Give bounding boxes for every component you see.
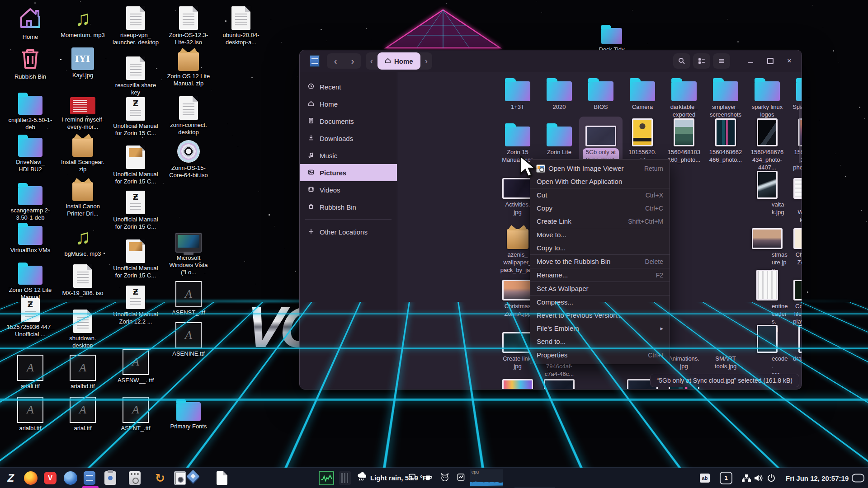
desktop-icon-riseup-vpn-launcher-desktop[interactable]: riseup-vpn_ launcher. desktop xyxy=(112,6,160,46)
taskbar-app-libreoffice[interactable] xyxy=(217,471,227,485)
desktop-icon-zorin-os-12-3-lite-32-iso[interactable]: Zorin-OS-12.3-Lite-32.iso xyxy=(165,6,212,46)
desktop-icon-zorin-os-12-lite-manual[interactable]: Zorin OS 12 Lite Manual xyxy=(6,266,54,301)
back-button[interactable]: ‹ xyxy=(327,53,344,69)
menu-button[interactable] xyxy=(713,53,730,69)
desktop-icon-i-remind-myself-every-mor[interactable]: I-remind-myself-every-mor... xyxy=(59,97,107,131)
file-item-1560468662-466-photo[interactable]: 1560468662 466_photo... xyxy=(705,118,746,164)
scrollbar[interactable] xyxy=(799,104,801,163)
sidebar-item-home[interactable]: Home xyxy=(300,95,397,113)
file-item-camera[interactable]: Camera xyxy=(622,79,663,111)
sidebar-item-music[interactable]: Music xyxy=(300,147,397,164)
maximize-button[interactable] xyxy=(763,53,778,69)
desktop-icon-unofficial-manual-zorin-12-2[interactable]: Unofficial Manual Zorin 12.2 ... xyxy=(112,286,160,325)
menu-item-send-to[interactable]: Send to... xyxy=(530,335,670,348)
taskbar-monitor-indicator[interactable] xyxy=(408,473,416,483)
sidebar-item-other-locations[interactable]: Other Locations xyxy=(300,223,397,240)
desktop-icon-unofficial-manual-for-zorin-15-c[interactable]: Unofficial Manual for Zorin 15 C... xyxy=(112,145,160,185)
menu-item-cut[interactable]: CutCtrl+X xyxy=(530,188,670,202)
sidebar-item-rubbish-bin[interactable]: Rubbish Bin xyxy=(300,198,397,216)
desktop-icon-1525725936-447-unofficial[interactable]: 1525725936 447_ Unofficial ... xyxy=(6,298,54,338)
sidebar-item-pictures[interactable]: Pictures xyxy=(300,164,397,181)
taskbar-app-zorin-menu[interactable]: Z xyxy=(4,471,18,485)
file-item-2020[interactable]: 2020 xyxy=(538,79,580,111)
taskbar-app-pedalboard-app[interactable] xyxy=(129,471,141,485)
sidebar-item-recent[interactable]: Recent xyxy=(300,78,397,95)
desktop-icon-arial-ttf[interactable]: Aarial.ttf xyxy=(59,397,107,432)
file-item-vaita-k-jpg[interactable]: vaita- k.jpg xyxy=(746,176,788,216)
weather-indicator[interactable]: Light rain, 53.9 °F xyxy=(357,472,427,484)
path-prev-icon[interactable]: ‹ xyxy=(366,56,377,66)
forward-button[interactable]: › xyxy=(344,53,361,69)
menu-item-properties[interactable]: PropertiesCtrl+I xyxy=(530,348,670,361)
file-item-drawing-svg[interactable]: drawing.svg xyxy=(788,328,802,362)
file-item-ecode-jpg[interactable]: ecode. jpg xyxy=(746,328,788,378)
file-item-1560468103-160-photo[interactable]: 1560468103 160_photo... xyxy=(663,118,705,164)
file-item-sparky-linux-logos[interactable]: sparky linux logos xyxy=(746,79,788,118)
desktop-icon-rubbish-bin[interactable]: Rubbish Bin xyxy=(6,45,54,80)
file-item-zorin-lite[interactable]: Zorin Lite xyxy=(538,118,580,156)
keyboard-layout-indicator[interactable]: ab xyxy=(700,474,710,483)
file-item-christmas-zorin-jpg[interactable]: Christmas Zorin.jpg xyxy=(788,224,802,266)
menu-item-set-as-wallpaper[interactable]: Set As Wallpaper xyxy=(530,282,670,295)
desktop-icon-unofficial-manual-for-zorin-15-c[interactable]: Unofficial Manual for Zorin 15 C... xyxy=(112,239,160,279)
desktop-icon-home[interactable]: Home xyxy=(6,6,54,41)
desktop-icon-unofficial-manual-for-zorin-15-c[interactable]: Unofficial Manual for Zorin 15 C... xyxy=(112,97,160,137)
taskbar-app-files[interactable] xyxy=(84,471,95,485)
file-item-bios[interactable]: BIOS xyxy=(580,79,622,111)
window-titlebar[interactable]: ‹ › ‹ Home › × xyxy=(300,50,802,72)
menu-item-copy[interactable]: CopyCtrl+C xyxy=(530,202,670,215)
menu-item-open-with-image-viewer[interactable]: Open With Image ViewerReturn xyxy=(530,162,670,175)
sidebar-item-downloads[interactable]: Downloads xyxy=(300,130,397,147)
desktop-icon-mx-19-386-iso[interactable]: MX-19_386. iso xyxy=(59,264,107,297)
desktop-icon-asent-ttf[interactable]: AASENT_.ttf xyxy=(112,397,160,432)
file-item-stmas-ure-jpg[interactable]: stmas ure.jpg xyxy=(746,224,788,274)
taskbar-app-clipboard-app[interactable] xyxy=(104,471,116,485)
taskbar-app-system-monitor[interactable] xyxy=(319,471,334,485)
desktop-icon-asenw-ttf[interactable]: AASENW__. ttf xyxy=(112,349,160,384)
sidebar-item-documents[interactable]: Documents xyxy=(300,113,397,130)
view-toggle-button[interactable] xyxy=(693,53,710,69)
desktop-icon-primary-fonts[interactable]: Primary Fonts xyxy=(165,402,212,430)
desktop-icon-unofficial-manual-for-zorin-15-c[interactable]: Unofficial Manual for Zorin 15 C... xyxy=(112,191,160,230)
taskbar-app-timeshift[interactable]: ↻ xyxy=(153,471,167,485)
menu-item-move-to-the-rubbish-bin[interactable]: Move to the Rubbish BinDelete xyxy=(530,254,670,268)
taskbar-app-screenshot-app[interactable] xyxy=(174,471,186,485)
desktop-icon-momentum-mp3[interactable]: Momentum. mp3 xyxy=(59,6,107,39)
path-next-icon[interactable]: › xyxy=(420,56,432,66)
network-indicator[interactable] xyxy=(741,474,751,483)
file-item-row6col0[interactable] xyxy=(497,381,538,389)
minimize-button[interactable] xyxy=(743,53,758,69)
power-indicator[interactable] xyxy=(767,474,776,483)
menu-item-rename[interactable]: Rename...F2 xyxy=(530,268,670,282)
desktop-icon-install-scangear-zip[interactable]: Install Scangear. zip xyxy=(59,138,107,173)
desktop-icon-shutdown-desktop[interactable]: shutdown. desktop xyxy=(59,310,107,349)
desktop-icon-cnijfilter2-5-50-1-deb[interactable]: cnijfilter2-5.50-1-deb xyxy=(6,96,54,131)
desktop-icon-asenst-ttf[interactable]: AASENST_.ttf xyxy=(165,281,212,316)
taskbar-graph-indicator[interactable] xyxy=(457,473,465,483)
taskbar-app-thunderbird[interactable] xyxy=(64,471,77,485)
desktop-icon-zorin-os-15-core-64-bit-iso[interactable]: Zorin-OS-15-Core-64-bit.iso xyxy=(165,140,212,179)
workspace-indicator[interactable]: 1 xyxy=(720,472,732,484)
show-desktop-button[interactable] xyxy=(852,474,864,482)
taskbar-cpu-graph[interactable]: cpu xyxy=(470,469,503,487)
file-item-1560468676-434-photo-4407[interactable]: 1560468676 434_photo- 4407... xyxy=(746,118,788,171)
file-item-1-3t[interactable]: 1+3T xyxy=(497,79,538,111)
file-item-conductor-file-atmos-playing-in[interactable]: Conductor file ATMOS playing in ... xyxy=(788,277,802,325)
desktop-icon-ubuntu-20-04-desktop-a[interactable]: ubuntu-20.04-desktop-a... xyxy=(217,6,265,46)
file-item-10155620-gif[interactable]: 10155620. gif xyxy=(622,118,663,164)
menu-item-compress[interactable]: Compress... xyxy=(530,295,670,309)
menu-item-copy-to[interactable]: Copy to... xyxy=(530,241,670,254)
sidebar-item-videos[interactable]: Videos xyxy=(300,181,397,198)
desktop-icon-scangearmp-2-3-50-1-deb[interactable]: scangearmp 2-3.50-1-deb xyxy=(6,186,54,221)
desktop-icon-bgmusic-mp3[interactable]: bgMusic. mp3 xyxy=(59,225,107,258)
taskbar-app-mixer[interactable] xyxy=(339,471,351,485)
desktop-icon-rescuzilla-share-key[interactable]: rescuzilla share key xyxy=(112,56,160,96)
file-item-row6col1[interactable] xyxy=(538,381,580,389)
desktop-icon-ariali-ttf[interactable]: Aariali.ttf xyxy=(6,355,54,390)
taskbar-app-vivaldi[interactable]: V xyxy=(44,472,57,484)
desktop-icon-drivenavi-hdlbu2[interactable]: DriveNavi_ HDLBU2 xyxy=(6,138,54,173)
search-button[interactable] xyxy=(673,53,690,69)
taskbar-app-firefox[interactable] xyxy=(24,471,38,485)
taskbar-clock[interactable]: Fri Jun 12, 20:57:19 xyxy=(786,474,849,482)
desktop-icon-kayi-jpg[interactable]: IYIKayi.jpg xyxy=(59,47,107,79)
